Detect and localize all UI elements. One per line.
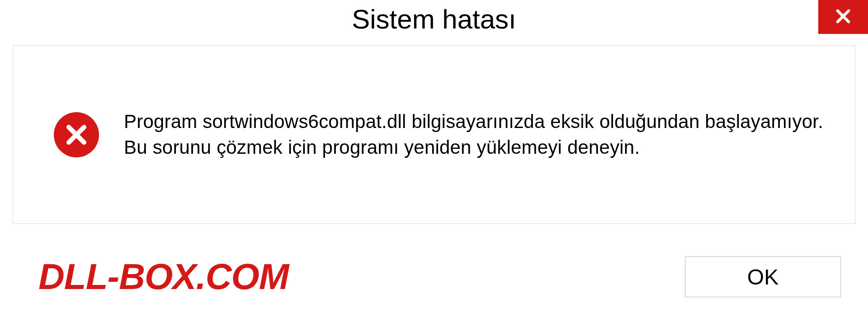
close-button[interactable] [818, 0, 868, 34]
titlebar: Sistem hatası [0, 0, 868, 41]
ok-button[interactable]: OK [685, 256, 841, 297]
dialog-content: Program sortwindows6compat.dll bilgisaya… [13, 45, 855, 224]
dialog-footer: DLL-BOX.COM OK [0, 241, 868, 313]
watermark-text: DLL-BOX.COM [38, 256, 288, 298]
close-icon [834, 7, 853, 28]
error-icon-wrap [54, 112, 99, 157]
error-icon [54, 112, 99, 157]
error-message: Program sortwindows6compat.dll bilgisaya… [124, 109, 828, 160]
dialog-title: Sistem hatası [352, 4, 516, 35]
